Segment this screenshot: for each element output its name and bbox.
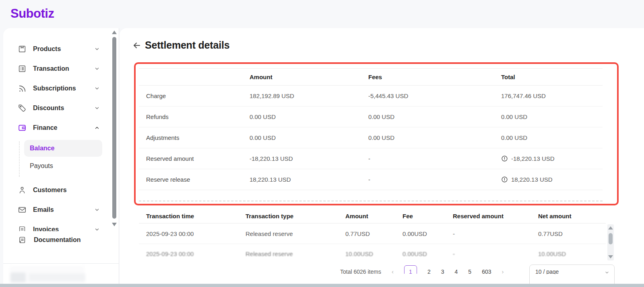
main-content: Settlement details Amount Fees Total Cha…: [120, 28, 644, 287]
sidebar-item-label: Discounts: [33, 105, 64, 112]
col-fee: Fee: [395, 213, 446, 219]
sidebar-item-invoices[interactable]: Invoices: [3, 219, 119, 231]
table-scrollbar[interactable]: [607, 224, 614, 260]
fees-cell: -: [361, 155, 494, 162]
pagination-page-3[interactable]: 3: [441, 265, 444, 274]
sidebar-item-payouts[interactable]: Payouts: [24, 157, 119, 175]
pagination-page-2[interactable]: 2: [427, 265, 431, 274]
finance-submenu: Balance Payouts: [3, 140, 119, 180]
sidebar-item-documentation[interactable]: Documentation: [3, 231, 119, 249]
summary-col-fees: Fees: [361, 74, 494, 80]
pagination-page-4[interactable]: 4: [455, 265, 458, 274]
summary-header-row: Amount Fees Total: [139, 69, 603, 86]
user-profile-blurred[interactable]: [10, 266, 86, 284]
products-icon: [18, 45, 27, 53]
row-label: Adjustments: [139, 134, 242, 141]
transaction-icon: [18, 64, 27, 73]
fee-cell: 0.00USD: [395, 250, 446, 257]
amount-cell: 10.00USD: [338, 250, 395, 257]
row-label: Charge: [139, 92, 242, 99]
amount-cell: 0.77USD: [338, 230, 395, 237]
sidebar-scrollbar[interactable]: [111, 31, 117, 232]
total-cell: 0.00 USD: [494, 113, 603, 120]
transaction-type-cell: Released reserve: [238, 230, 338, 237]
sidebar-item-label: Finance: [33, 124, 57, 131]
sidebar-item-balance[interactable]: Balance: [24, 140, 102, 157]
row-label: Reserve release: [139, 176, 242, 183]
sidebar-item-transaction[interactable]: Transaction: [3, 59, 119, 78]
scroll-down-arrow[interactable]: [608, 255, 613, 258]
total-cell: 18,220.13 USD: [494, 176, 603, 183]
fees-cell: 0.00 USD: [361, 134, 494, 141]
net-amount-cell: 0.77USD: [531, 230, 606, 237]
fees-cell: -: [361, 176, 494, 183]
reserved-amount-cell: -: [446, 250, 531, 257]
dashed-divider: [139, 201, 603, 201]
summary-col-total: Total: [494, 74, 603, 80]
settlement-summary-table: Amount Fees Total Charge 182,192.89 USD …: [139, 68, 603, 190]
page-title: Settlement details: [145, 39, 229, 51]
info-circle-icon[interactable]: [501, 176, 508, 183]
sidebar-item-label: Invoices: [33, 226, 59, 232]
discounts-icon: [18, 104, 27, 113]
sidebar-item-customers[interactable]: Customers: [3, 180, 119, 200]
row-label: Reserved amount: [139, 155, 242, 162]
table-row: Reserved amount -18,220.13 USD - -18,220…: [139, 148, 603, 169]
pagination-page-5[interactable]: 5: [468, 265, 471, 274]
pagination-prev-button[interactable]: ‹: [392, 265, 394, 274]
sidebar-item-label: Customers: [33, 187, 67, 194]
pagination-bar: Total 6026 items ‹ 1 2 3 4 5 603 ›: [340, 265, 504, 274]
summary-col-amount: Amount: [242, 74, 361, 80]
invoices-icon: [18, 225, 27, 232]
col-transaction-time: Transaction time: [139, 213, 238, 219]
brand-logo[interactable]: Subotiz: [10, 6, 54, 21]
col-reserved-amount: Reserved amount: [446, 213, 531, 219]
amount-cell: 0.00 USD: [242, 113, 361, 120]
scroll-down-arrow[interactable]: [112, 223, 117, 226]
sidebar-item-discounts[interactable]: Discounts: [3, 98, 119, 118]
col-transaction-type: Transaction type: [238, 213, 338, 219]
sidebar-divider: [3, 263, 119, 264]
total-cell: 176,747.46 USD: [494, 92, 603, 99]
info-circle-icon[interactable]: [501, 155, 508, 162]
transaction-time-cell: 2025-09-23 00:00: [139, 230, 238, 237]
documentation-icon: [18, 236, 27, 244]
table-row: 2025-09-23 00:00 Released reserve 0.77US…: [139, 224, 606, 244]
table-row: Charge 182,192.89 USD -5,445.43 USD 176,…: [139, 86, 603, 107]
back-arrow-icon[interactable]: [132, 41, 142, 50]
sidebar-item-emails[interactable]: Emails: [3, 200, 119, 219]
table-row: Reserve release 18,220.13 USD - 18,220.1…: [139, 169, 603, 190]
sidebar-nav: Products Transaction Subscriptions: [3, 28, 119, 231]
table-row: Refunds 0.00 USD 0.00 USD 0.00 USD: [139, 107, 603, 127]
chevron-down-icon: [94, 105, 100, 111]
scroll-up-arrow[interactable]: [112, 31, 117, 34]
amount-cell: -18,220.13 USD: [242, 155, 361, 162]
sidebar-item-subscriptions[interactable]: Subscriptions: [3, 78, 119, 98]
col-amount: Amount: [338, 213, 395, 219]
fee-cell: 0.00USD: [395, 230, 446, 237]
transactions-header-row: Transaction time Transaction type Amount…: [139, 209, 606, 223]
sidebar-item-label: Products: [33, 45, 61, 53]
top-header: Subotiz: [0, 0, 644, 28]
scroll-up-arrow[interactable]: [608, 226, 613, 230]
sidebar-item-label: Payouts: [30, 162, 53, 170]
transactions-table-body[interactable]: 2025-09-23 00:00 Released reserve 0.77US…: [139, 224, 606, 260]
chevron-up-icon: [94, 125, 100, 131]
scrollbar-thumb[interactable]: [112, 37, 116, 219]
chevron-down-icon: [94, 207, 100, 213]
scrollbar-thumb[interactable]: [609, 233, 613, 244]
sidebar-item-finance[interactable]: Finance: [3, 118, 119, 137]
sidebar-item-products[interactable]: Products: [3, 39, 119, 59]
horizontal-scrollbar-track[interactable]: [0, 284, 644, 287]
total-cell: 0.00 USD: [494, 134, 603, 141]
reserved-amount-cell: -: [446, 230, 531, 237]
pagination-next-button[interactable]: ›: [502, 265, 504, 274]
row-label: Refunds: [139, 113, 242, 120]
amount-cell: 182,192.89 USD: [242, 92, 361, 99]
chevron-down-icon: [94, 46, 100, 52]
fees-cell: -5,445.43 USD: [361, 92, 494, 99]
pagination-page-603[interactable]: 603: [482, 265, 491, 274]
table-row: Adjustments 0.00 USD 0.00 USD 0.00 USD: [139, 127, 603, 148]
pagination-page-1-active[interactable]: 1: [404, 265, 417, 274]
chevron-down-icon: [605, 269, 609, 274]
